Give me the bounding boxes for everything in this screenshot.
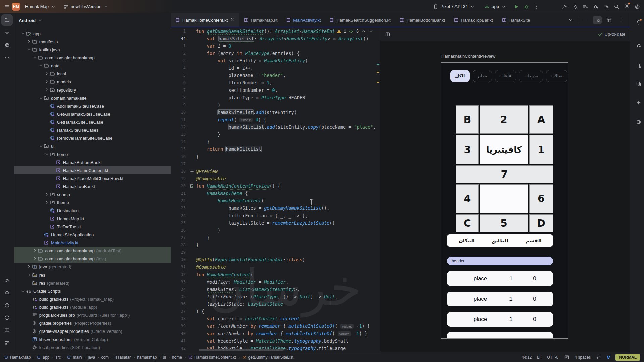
layers-button[interactable]: [1, 287, 13, 299]
breadcrumb-issasafar[interactable]: issasafar: [115, 355, 131, 360]
run-configuration-selector[interactable]: app: [482, 3, 509, 11]
tree-item-mainactivity-kt[interactable]: MainActivity.kt: [14, 239, 171, 247]
breadcrumb-hamakhomecontent-kt[interactable]: HamakHomeContent.kt: [188, 355, 236, 360]
tree-item-libs-versions-toml-version-catalog[interactable]: libs.versions.toml(Version Catalog): [14, 335, 171, 343]
debug-icon[interactable]: [524, 4, 529, 9]
tree-item-data[interactable]: data: [14, 62, 171, 70]
tree-item-gethamaksiteusecase[interactable]: GetHamakSiteUseCase: [14, 118, 171, 126]
tree-item-com-issasafar-hamakmap[interactable]: com.issasafar.hamakmap: [14, 54, 171, 62]
line-number[interactable]: 11: [171, 116, 188, 123]
line-number[interactable]: 17: [171, 160, 188, 168]
tree-chevron-icon[interactable]: [44, 71, 50, 76]
line-number[interactable]: 38: [171, 315, 188, 322]
tree-item-proguard-rules-pro-proguard-rules-for-app[interactable]: proguard-rules.pro(ProGuard Rules for ":…: [14, 311, 171, 319]
indent-setting[interactable]: 4 spaces: [575, 355, 591, 360]
run-preview-gutter-icon[interactable]: [188, 182, 196, 190]
tree-chevron-icon[interactable]: [26, 47, 32, 52]
tree-item-addhamaksiteusecase[interactable]: AddHamakSiteUseCase: [14, 102, 171, 110]
inspections-widget[interactable]: 1 6: [334, 28, 376, 35]
breadcrumb-ui[interactable]: ui: [163, 355, 166, 360]
tree-item-gradle-scripts[interactable]: Gradle Scripts: [14, 287, 171, 295]
gemini-button[interactable]: [633, 97, 644, 108]
tree-item-hamaksiteusecases[interactable]: HamakSiteUseCases: [14, 126, 171, 134]
line-number[interactable]: 2: [171, 50, 188, 57]
tree-item-manifests[interactable]: manifests: [14, 38, 171, 46]
tree-item-domain-hamaksite[interactable]: domain.hamaksite: [14, 94, 171, 102]
profiler-icon[interactable]: [593, 4, 598, 9]
line-number[interactable]: 27: [171, 234, 188, 241]
tree-item-models[interactable]: models: [14, 78, 171, 86]
tree-item-theme[interactable]: theme: [14, 198, 171, 206]
line-number[interactable]: 18: [171, 168, 188, 175]
tree-item-gradle-properties-project-properties[interactable]: gradle.properties(Project Properties): [14, 319, 171, 327]
breadcrumb-home[interactable]: home: [172, 355, 182, 360]
tree-item-destination[interactable]: Destination: [14, 206, 171, 215]
tree-chevron-icon[interactable]: [44, 200, 50, 205]
device-selector[interactable]: Pixel 7 API 34: [431, 3, 477, 11]
tree-item-hamakbottombar-kt[interactable]: HamakBottomBar.kt: [14, 158, 171, 166]
line-number[interactable]: 3: [171, 57, 188, 64]
project-selector[interactable]: Hamak Map: [23, 3, 58, 11]
tree-item-ui[interactable]: ui: [14, 142, 171, 150]
tree-item-app[interactable]: app: [14, 29, 171, 38]
tree-item-java-generated[interactable]: java(generated): [14, 263, 171, 271]
line-number[interactable]: 1: [171, 42, 188, 50]
line-number[interactable]: 34: [171, 286, 188, 293]
tree-item-com-issasafar-hamakmap-androidtest[interactable]: com.issasafar.hamakmap(androidTest): [14, 247, 171, 255]
line-number[interactable]: 44: [171, 35, 188, 42]
more-button[interactable]: [616, 16, 625, 24]
line-number[interactable]: 21: [171, 190, 188, 197]
tab-hamakhomecontent-kt[interactable]: HamakHomeContent.kt: [171, 13, 239, 27]
tree-item-home[interactable]: home: [14, 150, 171, 158]
tree-item-repository[interactable]: repository: [14, 86, 171, 94]
line-number[interactable]: 15: [171, 145, 188, 153]
horizontal-scrollbar[interactable]: [199, 349, 284, 351]
terminal-button[interactable]: [1, 324, 13, 336]
scroll-stripe-info[interactable]: [377, 64, 379, 65]
line-number[interactable]: 28: [171, 241, 188, 249]
file-encoding[interactable]: UTF-8: [547, 355, 558, 360]
tree-chevron-icon[interactable]: [32, 55, 38, 60]
line-number[interactable]: 30: [171, 256, 188, 263]
line-number[interactable]: 19: [171, 175, 188, 182]
tree-chevron-icon[interactable]: [38, 143, 44, 149]
line-number[interactable]: 6: [171, 79, 188, 86]
line-number[interactable]: 26: [171, 227, 188, 234]
close-icon[interactable]: [230, 17, 235, 23]
breadcrumb-hamakmap[interactable]: hamakmap: [137, 355, 157, 360]
line-number[interactable]: 31: [171, 263, 188, 271]
tree-item-removehamaksiteusecase[interactable]: RemoveHamakSiteUseCase: [14, 134, 171, 142]
tree-item-hamakmap-kt[interactable]: HamakMap.kt: [14, 215, 171, 223]
tab-hamaksearchsuggestion-kt[interactable]: HamakSearchSuggestion.kt: [325, 13, 395, 27]
build-variants-button[interactable]: [1, 275, 13, 286]
line-number[interactable]: 5: [171, 72, 188, 79]
tree-chevron-icon[interactable]: [20, 288, 26, 294]
scroll-stripe-warning[interactable]: [377, 82, 379, 83]
tab-hamakmap-kt[interactable]: HamakMap.kt: [239, 13, 282, 27]
project-folder-button[interactable]: [1, 14, 13, 26]
split-layout-icon[interactable]: [385, 32, 390, 37]
tree-chevron-icon[interactable]: [38, 63, 44, 68]
tree-item-tictactoe-kt[interactable]: TicTacToe.kt: [14, 223, 171, 231]
tab-hamaktopbar-kt[interactable]: HamakTopBar.kt: [449, 13, 497, 27]
line-number[interactable]: 36: [171, 300, 188, 308]
line-number[interactable]: 12: [171, 123, 188, 131]
search-icon[interactable]: [614, 4, 619, 9]
branch-selector[interactable]: newLibsVersion: [61, 3, 111, 11]
line-number[interactable]: 14: [171, 138, 188, 145]
tab-hamakbottombar-kt[interactable]: HamakBottomBar.kt: [395, 13, 450, 27]
line-number[interactable]: 13: [171, 131, 188, 138]
chevron-down-button[interactable]: [566, 16, 575, 24]
running-devices-button[interactable]: [633, 60, 644, 72]
tree-chevron-icon[interactable]: [44, 192, 50, 197]
breadcrumb-app[interactable]: app: [37, 355, 49, 360]
preview-settings-gutter-icon[interactable]: [188, 168, 196, 175]
scroll-stripe-warning[interactable]: [377, 72, 379, 73]
tree-chevron-icon[interactable]: [44, 152, 50, 157]
breadcrumb-hamakmap[interactable]: HamakMap: [4, 355, 31, 360]
tree-item-local[interactable]: local: [14, 70, 171, 78]
tree-chevron-icon[interactable]: [26, 39, 32, 44]
more-icon[interactable]: [534, 4, 539, 9]
tree-item-build-gradle-kts-module-app[interactable]: build.gradle.kts(Module :app): [14, 303, 171, 311]
history-icon[interactable]: [583, 4, 588, 9]
